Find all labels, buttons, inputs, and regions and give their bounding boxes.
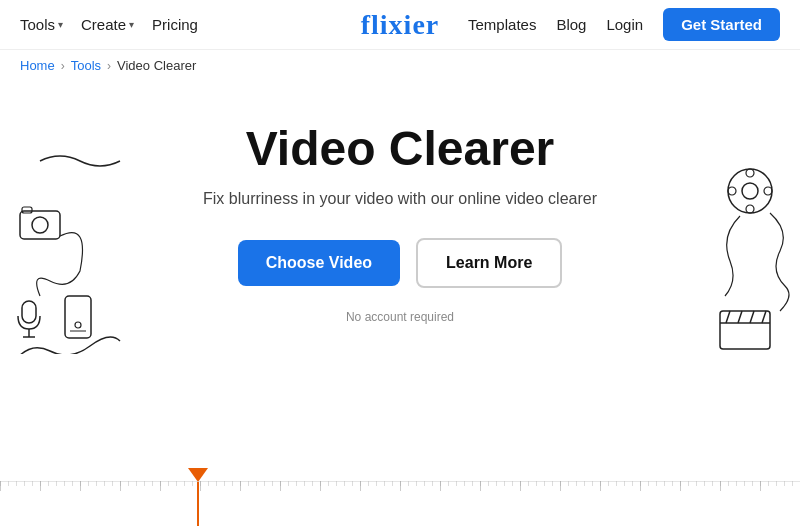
svg-point-10 [742,183,758,199]
svg-point-11 [746,169,754,177]
playhead[interactable] [198,468,208,526]
create-chevron-icon: ▾ [129,19,134,30]
nav-left: Tools ▾ Create ▾ Pricing [20,16,198,33]
create-label: Create [81,16,126,33]
deco-right-illustration [630,141,790,354]
blog-link[interactable]: Blog [556,16,586,33]
tools-label: Tools [20,16,55,33]
timeline-ticks [0,481,800,501]
pricing-link[interactable]: Pricing [152,16,198,33]
svg-point-12 [746,205,754,213]
svg-rect-25 [0,481,800,491]
breadcrumb-current: Video Clearer [117,58,196,73]
hero-buttons: Choose Video Learn More No account requi… [238,238,563,324]
hero-section: Video Clearer Fix blurriness in your vid… [0,81,800,354]
timeline-section [0,446,800,526]
svg-line-17 [726,311,730,323]
breadcrumb-sep-2: › [107,59,111,73]
svg-line-19 [750,311,754,323]
svg-point-8 [75,322,81,328]
tools-chevron-icon: ▾ [58,19,63,30]
deco-left-illustration [10,141,170,354]
site-logo: flixier [361,9,440,41]
navbar: Tools ▾ Create ▾ Pricing flixier Templat… [0,0,800,50]
svg-line-18 [738,311,742,323]
no-account-text: No account required [346,310,454,324]
tools-menu[interactable]: Tools ▾ [20,16,63,33]
hero-title: Video Clearer [246,121,555,176]
svg-rect-3 [22,301,36,323]
create-menu[interactable]: Create ▾ [81,16,134,33]
breadcrumb: Home › Tools › Video Clearer [0,50,800,81]
svg-point-1 [32,217,48,233]
playhead-line [197,482,199,526]
svg-rect-2 [22,207,32,213]
svg-point-9 [728,169,772,213]
svg-point-13 [728,187,736,195]
svg-line-20 [762,311,766,323]
playhead-marker [188,468,208,482]
login-link[interactable]: Login [606,16,643,33]
pricing-label: Pricing [152,16,198,33]
svg-point-14 [764,187,772,195]
learn-more-button[interactable]: Learn More [416,238,562,288]
hero-buttons-row: Choose Video Learn More [238,238,563,288]
breadcrumb-home[interactable]: Home [20,58,55,73]
breadcrumb-tools[interactable]: Tools [71,58,101,73]
breadcrumb-sep-1: › [61,59,65,73]
svg-rect-6 [65,296,91,338]
get-started-button[interactable]: Get Started [663,8,780,41]
templates-link[interactable]: Templates [468,16,536,33]
nav-right: Templates Blog Login Get Started [468,8,780,41]
choose-video-button[interactable]: Choose Video [238,240,400,286]
hero-subtitle: Fix blurriness in your video with our on… [203,190,597,208]
svg-rect-0 [20,211,60,239]
